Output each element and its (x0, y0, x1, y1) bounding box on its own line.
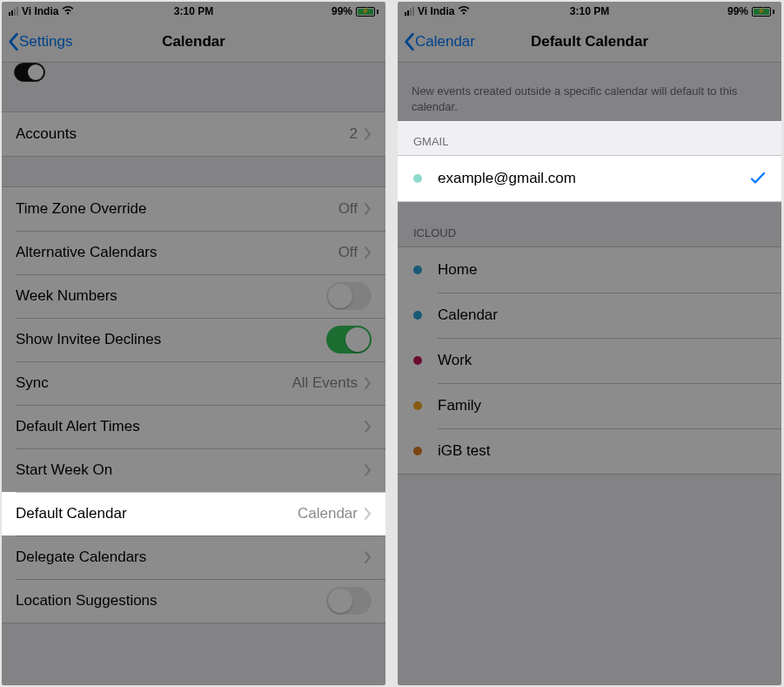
row-week-numbers[interactable]: Week Numbers (2, 274, 385, 318)
calendar-color-dot (413, 311, 422, 320)
partial-row-fragment (14, 63, 373, 82)
row-delegate-calendars[interactable]: Delegate Calendars (2, 535, 385, 579)
row-label: Default Alert Times (16, 418, 365, 435)
calendar-name-label: example@gmail.com (438, 170, 750, 187)
row-label: Default Calendar (16, 505, 298, 522)
calendar-name-label: Calendar (438, 306, 766, 324)
calendar-color-dot (413, 447, 422, 455)
row-default-alert-times[interactable]: Default Alert Times (2, 405, 385, 448)
row-location-suggestions[interactable]: Location Suggestions (2, 579, 385, 623)
row-label: Week Numbers (16, 287, 326, 305)
row-accounts[interactable]: Accounts 2 (2, 112, 385, 156)
row-value: Off (338, 244, 358, 261)
calendar-color-dot (413, 356, 422, 365)
row-label: Delegate Calendars (16, 549, 365, 566)
chevron-right-icon (365, 551, 372, 563)
row-value: 2 (350, 125, 358, 143)
toggle-fragment-icon (14, 63, 45, 82)
chevron-right-icon (365, 464, 372, 476)
row-start-week-on[interactable]: Start Week On (2, 448, 385, 492)
calendar-option-icloud-4[interactable]: iGB test (398, 428, 781, 474)
group-calendar-options: Time Zone Override Off Alternative Calen… (2, 186, 385, 623)
row-label: Accounts (16, 125, 350, 143)
status-bar: Vi India 3:10 PM 99% ⚡ (2, 2, 385, 21)
calendar-option-icloud-0[interactable]: Home (398, 247, 781, 293)
location-suggestions-toggle[interactable] (326, 587, 372, 615)
row-label: Show Invitee Declines (16, 331, 326, 348)
screen-calendar-settings: Vi India 3:10 PM 99% ⚡ Settings Calendar (2, 2, 385, 685)
page-title: Default Calendar (398, 33, 781, 51)
row-value: Calendar (298, 505, 358, 522)
chevron-right-icon (365, 508, 372, 520)
row-time-zone-override[interactable]: Time Zone Override Off (2, 187, 385, 231)
calendar-color-dot (413, 401, 422, 410)
row-label: Time Zone Override (16, 200, 338, 218)
group-accounts: Accounts 2 (2, 111, 385, 157)
chevron-right-icon (365, 421, 372, 433)
calendar-option-gmail-0[interactable]: example@gmail.com (398, 156, 781, 201)
section-header-gmail: GMAIL (398, 121, 781, 155)
calendar-option-icloud-2[interactable]: Work (398, 338, 781, 383)
row-show-invitee-declines[interactable]: Show Invitee Declines (2, 318, 385, 361)
row-label: Location Suggestions (16, 592, 326, 610)
calendar-name-label: Work (438, 352, 766, 369)
row-default-calendar[interactable]: Default Calendar Calendar (2, 492, 385, 535)
row-value: All Events (291, 374, 358, 392)
calendar-name-label: Home (438, 261, 766, 279)
page-title: Calendar (2, 33, 385, 51)
week-numbers-toggle[interactable] (326, 282, 372, 310)
row-alternative-calendars[interactable]: Alternative Calendars Off (2, 231, 385, 274)
calendar-color-dot (413, 266, 422, 274)
section-header-icloud: ICLOUD (398, 202, 781, 246)
nav-bar: Calendar Default Calendar (398, 21, 781, 63)
clock-label: 3:10 PM (570, 5, 609, 17)
calendar-option-icloud-1[interactable]: Calendar (398, 293, 781, 338)
calendar-option-icloud-3[interactable]: Family (398, 383, 781, 428)
status-bar: Vi India 3:10 PM 99% ⚡ (398, 2, 781, 21)
row-label: Alternative Calendars (16, 244, 338, 261)
invitee-declines-toggle[interactable] (326, 326, 372, 354)
clock-label: 3:10 PM (174, 5, 213, 17)
chevron-right-icon (365, 128, 372, 140)
group-icloud: Home Calendar Work Family iGB test (398, 246, 781, 475)
chevron-right-icon (365, 203, 372, 215)
group-gmail: example@gmail.com (398, 155, 781, 202)
section-description: New events created outside a specific ca… (398, 63, 781, 121)
row-label: Sync (16, 374, 291, 392)
calendar-name-label: Family (438, 397, 766, 414)
screen-default-calendar: Vi India 3:10 PM 99% ⚡ Calendar Default … (398, 2, 781, 685)
calendar-color-dot (413, 174, 422, 183)
row-sync[interactable]: Sync All Events (2, 361, 385, 405)
row-value: Off (338, 200, 358, 218)
chevron-right-icon (365, 377, 372, 389)
checkmark-icon (750, 172, 766, 185)
nav-bar: Settings Calendar (2, 21, 385, 63)
row-label: Start Week On (16, 461, 365, 479)
chevron-right-icon (365, 246, 372, 259)
calendar-name-label: iGB test (438, 442, 766, 460)
